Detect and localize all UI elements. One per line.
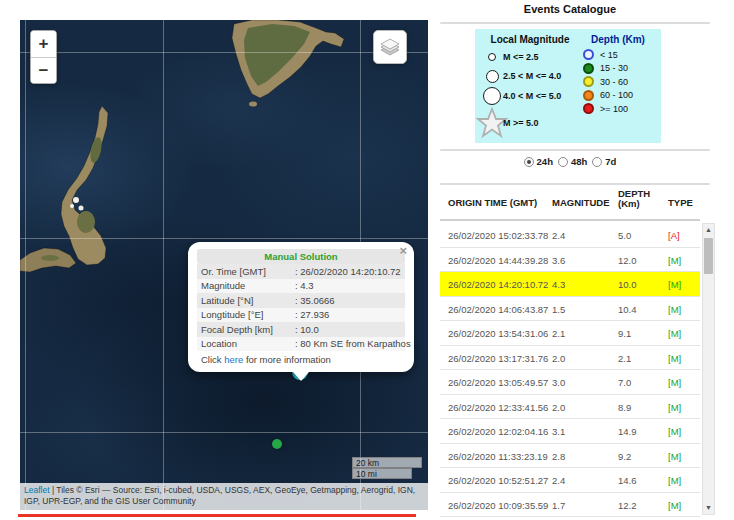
cell-magnitude: 3.1 xyxy=(552,426,565,437)
events-table-body: 26/02/2020 15:02:33.782.45.0[A]26/02/202… xyxy=(440,223,700,517)
map-canvas[interactable]: + − × Manual Solution Or. Time [GMT]: 26… xyxy=(20,20,428,510)
legend-item: 4.0 < M <= 5.0 xyxy=(481,87,579,105)
table-row[interactable]: 26/02/2020 10:09:35.591.712.2[M] xyxy=(440,493,700,518)
event-marker[interactable] xyxy=(272,439,282,449)
popup-footer-text: for more information xyxy=(243,354,331,365)
popup-rows: Or. Time [GMT]: 26/02/2020 14:20:10.72Ma… xyxy=(197,264,405,351)
magnitude-circle-icon xyxy=(481,87,503,105)
radio-icon[interactable] xyxy=(592,157,602,167)
cell-time: 26/02/2020 11:33:23.19 xyxy=(448,451,548,462)
col-header-depth: DEPTH(Km) xyxy=(618,189,650,209)
legend-item: M >= 5.0 xyxy=(481,108,579,138)
cell-type: [M] xyxy=(668,377,681,388)
more-info-link[interactable]: here xyxy=(224,354,243,365)
cell-type: [M] xyxy=(668,402,681,413)
cell-type: [M] xyxy=(668,255,681,266)
cell-time: 26/02/2020 14:06:43.87 xyxy=(448,304,548,315)
divider xyxy=(440,183,710,185)
layers-icon xyxy=(378,35,402,59)
col-header-type: TYPE xyxy=(668,197,693,208)
zoom-in-button[interactable]: + xyxy=(31,31,56,57)
filter-48h[interactable]: 48h xyxy=(558,156,587,167)
cell-depth: 10.4 xyxy=(618,304,637,315)
radio-icon[interactable] xyxy=(524,157,534,167)
legend-magnitude-column: Local Magnitude M <= 2.52.5 < M <= 4.04.… xyxy=(481,34,579,139)
cell-time: 26/02/2020 13:54:31.06 xyxy=(448,328,548,339)
table-row[interactable]: 26/02/2020 13:17:31.762.02.1[M] xyxy=(440,346,700,371)
events-panel: Events Catalogue Local Magnitude M <= 2.… xyxy=(440,0,714,520)
cell-type: [M] xyxy=(668,500,681,511)
radio-icon[interactable] xyxy=(558,157,568,167)
cell-depth: 5.0 xyxy=(618,230,631,241)
depth-circle-icon xyxy=(583,49,594,60)
graticule-line xyxy=(20,52,428,53)
legend-item: < 15 xyxy=(579,49,657,60)
cell-time: 26/02/2020 10:52:51.27 xyxy=(448,475,548,486)
legend-depth-title: Depth (Km) xyxy=(579,34,657,45)
popup-row: Location: 80 Km SE from Karpathos xyxy=(197,337,405,352)
legend-item-label: 60 - 100 xyxy=(600,90,633,100)
cell-type: [M] xyxy=(668,328,681,339)
layers-control-button[interactable] xyxy=(373,30,407,64)
cell-time: 26/02/2020 10:09:35.59 xyxy=(448,500,548,511)
cell-magnitude: 2.1 xyxy=(552,328,565,339)
legend-item-label: 30 - 60 xyxy=(600,77,628,87)
popup-row-value: : 26/02/2020 14:20:10.72 xyxy=(295,266,401,278)
graticule-line xyxy=(163,20,164,510)
graticule-line xyxy=(20,238,428,239)
cell-magnitude: 2.8 xyxy=(552,451,565,462)
table-row[interactable]: 26/02/2020 12:02:04.163.114.9[M] xyxy=(440,419,700,444)
popup-row-label: Magnitude xyxy=(201,280,295,292)
leaflet-link[interactable]: Leaflet xyxy=(24,485,50,495)
filter-24h[interactable]: 24h xyxy=(524,156,553,167)
legend-item-label: 2.5 < M <= 4.0 xyxy=(503,71,561,81)
close-icon[interactable]: × xyxy=(399,244,407,257)
event-popup: × Manual Solution Or. Time [GMT]: 26/02/… xyxy=(188,242,414,372)
filter-7d[interactable]: 7d xyxy=(592,156,616,167)
table-scrollbar[interactable]: ▲ ▼ xyxy=(702,223,715,515)
bottom-red-divider xyxy=(18,514,416,517)
table-row[interactable]: 26/02/2020 14:06:43.871.510.4[M] xyxy=(440,297,700,322)
cell-depth: 12.2 xyxy=(618,500,637,511)
cell-magnitude: 4.3 xyxy=(552,279,565,290)
legend-depth-column: Depth (Km) < 1515 - 3030 - 6060 - 100>= … xyxy=(579,34,657,139)
cell-depth: 8.9 xyxy=(618,402,631,413)
legend-item: 15 - 30 xyxy=(579,63,657,74)
depth-circle-icon xyxy=(583,76,594,87)
cell-type: [M] xyxy=(668,451,681,462)
depth-circle-icon xyxy=(583,90,594,101)
scrollbar-thumb[interactable] xyxy=(704,238,713,274)
cell-type: [M] xyxy=(668,279,681,290)
table-row[interactable]: 26/02/2020 13:05:49.573.07.0[M] xyxy=(440,370,700,395)
col-header-origin-time: ORIGIN TIME (GMT) xyxy=(448,197,537,208)
table-row[interactable]: 26/02/2020 14:44:39.283.612.0[M] xyxy=(440,248,700,273)
table-row[interactable]: 26/02/2020 11:33:23.192.89.2[M] xyxy=(440,444,700,469)
cell-time: 26/02/2020 12:33:41.56 xyxy=(448,402,548,413)
legend-item-label: 4.0 < M <= 5.0 xyxy=(503,91,561,101)
popup-row-label: Longtitude [°E] xyxy=(201,309,295,321)
graticule-line xyxy=(20,432,428,433)
legend-item-label: 15 - 30 xyxy=(600,63,628,73)
table-row[interactable]: 26/02/2020 12:33:41.562.08.9[M] xyxy=(440,395,700,420)
table-row[interactable]: 26/02/2020 14:20:10.724.310.0[M] xyxy=(440,272,700,297)
legend-magnitude-items: M <= 2.52.5 < M <= 4.04.0 < M <= 5.0M >=… xyxy=(481,49,579,138)
cell-depth: 10.0 xyxy=(618,279,637,290)
scroll-up-icon[interactable]: ▲ xyxy=(703,224,714,236)
depth-circle-icon xyxy=(583,103,594,114)
table-row[interactable]: 26/02/2020 13:54:31.062.19.1[M] xyxy=(440,321,700,346)
cell-type: [M] xyxy=(668,475,681,486)
popup-row-value: : 80 Km SE from Karpathos xyxy=(295,338,411,350)
popup-row: Focal Depth [km]: 10.0 xyxy=(197,322,405,337)
legend-item: 30 - 60 xyxy=(579,76,657,87)
popup-footer: Click here for more information xyxy=(197,351,405,366)
magnitude-circle-icon xyxy=(481,70,503,83)
scroll-down-icon[interactable]: ▼ xyxy=(703,502,714,514)
popup-row: Magnitude: 4.3 xyxy=(197,279,405,294)
table-row[interactable]: 26/02/2020 10:52:51.272.414.6[M] xyxy=(440,468,700,493)
col-header-magnitude: MAGNITUDE xyxy=(552,197,610,208)
zoom-out-button[interactable]: − xyxy=(31,57,56,83)
legend-item-label: >= 100 xyxy=(600,104,628,114)
filter-label: 7d xyxy=(605,156,616,167)
table-row[interactable]: 26/02/2020 15:02:33.782.45.0[A] xyxy=(440,223,700,248)
legend-depth-items: < 1515 - 3030 - 6060 - 100>= 100 xyxy=(579,49,657,114)
